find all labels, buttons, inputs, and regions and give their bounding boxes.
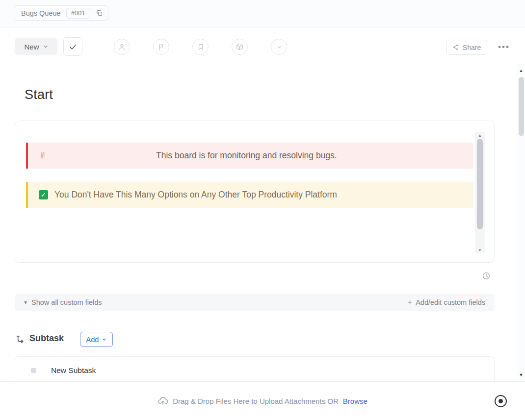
breadcrumb[interactable]: Bugs Queue #001 — [15, 5, 108, 21]
cloud-upload-icon — [158, 395, 168, 406]
status-chevron-icon — [276, 44, 283, 50]
priority-flag-icon — [158, 43, 165, 51]
new-subtask-label: New Subtask — [51, 366, 96, 375]
subtask-hierarchy-icon — [16, 335, 25, 344]
share-button[interactable]: Share — [446, 40, 487, 55]
description-banner-yellow[interactable]: ✓ You Don't Have This Many Options on An… — [26, 182, 473, 208]
caret-down-icon: ▾ — [24, 299, 27, 306]
bookmark-icon — [197, 43, 205, 51]
task-toolbar: New — [0, 28, 525, 64]
record-dot-icon — [499, 399, 503, 403]
share-icon — [452, 44, 459, 50]
priority-button[interactable] — [153, 39, 169, 55]
add-edit-custom-fields-label: Add/edit custom fields — [416, 298, 485, 306]
dropzone-label: Drag & Drop Files Here to Upload Attachm… — [173, 397, 339, 405]
check-icon — [69, 43, 77, 51]
scrollbar-thumb[interactable] — [477, 139, 483, 229]
description-scrollbar[interactable]: ▲ ▼ — [475, 132, 485, 253]
assignee-icon — [118, 43, 126, 51]
relationships-cube-icon — [236, 43, 244, 51]
scroll-down-arrow[interactable]: ▼ — [517, 372, 525, 377]
banner-accent-yellow — [26, 182, 28, 208]
record-screen-button[interactable] — [495, 395, 507, 407]
scroll-up-arrow[interactable]: ▲ — [517, 68, 525, 73]
victory-hand-emoji: ✌ — [39, 151, 47, 161]
status-label: New — [24, 43, 39, 51]
history-clock-icon[interactable] — [482, 271, 492, 281]
custom-fields-bar: ▾ Show all custom fields + Add/edit cust… — [15, 294, 495, 311]
new-subtask-row[interactable]: New Subtask — [15, 357, 494, 375]
task-detail-window: Bugs Queue #001 New — [0, 0, 525, 420]
scroll-down-arrow[interactable]: ▼ — [475, 247, 485, 253]
task-id-badge[interactable]: #001 — [66, 8, 90, 19]
assignee-button[interactable] — [114, 39, 130, 55]
status-button[interactable]: New — [15, 38, 57, 55]
chevron-down-icon — [43, 44, 48, 49]
plus-icon: + — [408, 298, 412, 306]
top-header: Bugs Queue #001 — [0, 0, 525, 28]
page-scrollbar[interactable]: ▲ ▼ — [517, 64, 525, 381]
banner-text: This board is for monitoring and resolvi… — [47, 150, 473, 161]
add-subtask-button[interactable]: Add — [80, 332, 113, 347]
description-banner-red[interactable]: ✌ This board is for monitoring and resol… — [26, 143, 473, 169]
copy-task-id-icon[interactable] — [96, 9, 103, 17]
add-subtask-label: Add — [86, 336, 99, 344]
subtask-section-title: Subtask — [29, 333, 64, 344]
chevron-down-icon — [102, 337, 106, 342]
relationships-button[interactable] — [232, 39, 248, 55]
subtask-list-card: New Subtask — [15, 356, 495, 385]
browse-link[interactable]: Browse — [343, 397, 368, 405]
green-check-emoji: ✓ — [39, 190, 48, 199]
scrollbar-thumb[interactable] — [519, 77, 524, 136]
show-all-custom-fields-label: Show all custom fields — [31, 298, 102, 306]
task-title[interactable]: Start — [25, 87, 53, 102]
description-card: ✌ This board is for monitoring and resol… — [15, 121, 495, 263]
attachment-dropzone[interactable]: Drag & Drop Files Here to Upload Attachm… — [0, 381, 525, 420]
scroll-up-arrow[interactable]: ▲ — [475, 132, 485, 139]
mark-complete-button[interactable] — [63, 37, 82, 56]
tags-button[interactable] — [192, 39, 209, 55]
share-label: Share — [463, 44, 481, 51]
banner-text: You Don't Have This Many Options on Any … — [54, 190, 337, 200]
add-edit-custom-fields-button[interactable]: + Add/edit custom fields — [408, 298, 485, 306]
board-name-label: Bugs Queue — [21, 9, 61, 17]
more-options-button[interactable]: ••• — [494, 39, 514, 55]
subtask-status-square-icon[interactable] — [31, 368, 36, 373]
show-all-custom-fields-toggle[interactable]: ▾ Show all custom fields — [24, 298, 102, 306]
banner-accent-red — [26, 143, 28, 169]
set-status-button[interactable] — [271, 39, 287, 55]
